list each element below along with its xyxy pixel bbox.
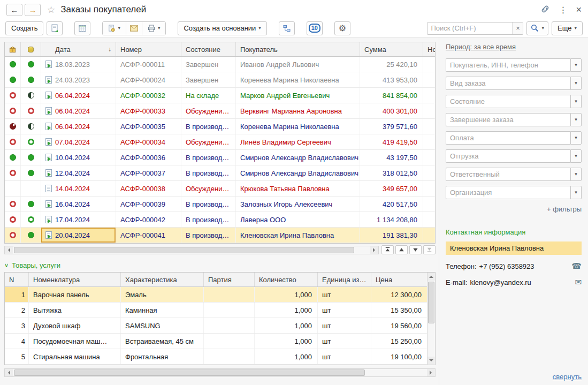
filter-dropdown-button[interactable]: ▾ <box>570 77 582 90</box>
filter-dropdown-button[interactable]: ▾ <box>570 58 582 72</box>
phone-icon[interactable]: ☎ <box>571 261 582 271</box>
order-row[interactable]: 10.04.2024 АСФР-000036 В производ… Смирн… <box>5 150 435 165</box>
scroll-right-arrow[interactable] <box>427 369 435 376</box>
column-header-state[interactable]: Состояние <box>181 42 236 56</box>
collapse-link[interactable]: свернуть <box>553 373 582 381</box>
scroll-left-arrow[interactable] <box>5 246 13 254</box>
column-header-date[interactable]: Дата ↓ <box>41 42 116 56</box>
phone-value[interactable]: +7 (952) 6358923 <box>479 262 534 270</box>
search-clear-button[interactable]: × <box>512 22 523 34</box>
filter-input[interactable] <box>446 186 570 199</box>
period-link[interactable]: Период: за все время <box>446 43 516 51</box>
filter-dropdown-button[interactable]: ▾ <box>570 113 582 126</box>
product-row[interactable]: 5 Стиральная машина Фронтальная 1,000 шт… <box>5 349 427 365</box>
document-register-button[interactable]: 10 <box>307 21 323 35</box>
orders-section: Дата ↓ Номер Состояние Покупатель Сумма … <box>0 37 439 385</box>
filter-dropdown-button[interactable]: ▾ <box>570 95 582 108</box>
filter-input[interactable] <box>446 95 570 108</box>
vertical-scrollbar-thumb[interactable] <box>428 282 434 323</box>
column-header-batch[interactable]: Партия <box>204 273 255 286</box>
column-header-unit[interactable]: Единица из… <box>318 273 371 286</box>
go-down-button[interactable] <box>409 245 422 254</box>
forward-button[interactable]: → <box>25 4 41 16</box>
scroll-up-arrow[interactable] <box>427 273 435 281</box>
products-horizontal-scrollbar[interactable] <box>4 368 436 377</box>
email-icon[interactable]: ✉ <box>575 277 582 287</box>
subordination-structure-button[interactable] <box>279 21 295 35</box>
go-to-last-button[interactable] <box>423 245 436 254</box>
column-header-payment[interactable] <box>21 42 41 56</box>
go-to-first-button[interactable] <box>381 245 394 254</box>
order-row[interactable]: 06.04.2024 АСФР-000035 В производ… Корен… <box>5 119 435 134</box>
favorite-star-icon[interactable]: ☆ <box>47 4 55 16</box>
filter-input[interactable] <box>446 168 570 181</box>
products-header-row: N Номенклатура Характеристика Партия Кол… <box>5 273 427 287</box>
filter-input[interactable] <box>446 113 570 126</box>
column-header-nomenclature[interactable]: Номе <box>423 42 435 56</box>
search-input[interactable] <box>427 22 512 34</box>
filter-input[interactable] <box>446 149 570 163</box>
product-unit: шт <box>322 337 331 345</box>
more-filters-link[interactable]: + фильтры <box>547 205 582 213</box>
search-button[interactable]: ▾ <box>526 21 548 35</box>
go-up-button[interactable] <box>395 245 408 254</box>
filter-input[interactable] <box>446 77 570 90</box>
column-header-n[interactable]: N <box>5 273 29 286</box>
order-row[interactable]: 20.04.2024 АСФР-000041 В производ… Клено… <box>5 228 435 243</box>
column-header-sum[interactable]: Сумма <box>360 42 423 56</box>
order-row[interactable]: 06.04.2024 АСФР-000032 На складе Марков … <box>5 88 435 103</box>
product-row[interactable]: 1 Варочная панель Эмаль 1,000 шт 12 300,… <box>5 287 427 303</box>
product-row[interactable]: 2 Вытяжка Каминная 1,000 шт 15 350,00 <box>5 303 427 318</box>
order-row[interactable]: 16.04.2024 АСФР-000039 В производ… Залоз… <box>5 197 435 212</box>
settings-gear-button[interactable]: ⚙ <box>334 21 350 35</box>
spreadsheet-button[interactable] <box>74 21 90 35</box>
copy-document-button[interactable] <box>47 21 63 35</box>
filter-input[interactable] <box>446 131 570 145</box>
column-header-quantity[interactable]: Количество <box>255 273 318 286</box>
create-button[interactable]: Создать <box>5 21 43 35</box>
scroll-left-arrow[interactable] <box>5 369 13 376</box>
kebab-menu-icon[interactable]: ⋮ <box>559 5 567 15</box>
order-sum: 318 012,50 <box>383 169 417 177</box>
horizontal-scrollbar-thumb[interactable] <box>14 247 354 253</box>
more-button[interactable]: Еще ▾ <box>552 21 583 35</box>
order-row[interactable]: 07.04.2024 АСФР-000034 Обсуждени… Линёв … <box>5 134 435 150</box>
back-button[interactable]: ← <box>6 4 22 16</box>
scroll-down-arrow[interactable] <box>427 357 435 365</box>
column-header-item[interactable]: Номенклатура <box>29 273 121 286</box>
products-vertical-scrollbar[interactable] <box>427 273 435 365</box>
product-row[interactable]: 3 Духовой шкаф SAMSUNG 1,000 шт 19 560,0… <box>5 318 427 334</box>
filter-dropdown-button[interactable]: ▾ <box>570 168 582 181</box>
filter-dropdown-button[interactable]: ▾ <box>570 131 582 145</box>
column-header-price[interactable]: Цена <box>371 273 427 286</box>
document-status-button[interactable]: ▾ <box>103 22 126 35</box>
send-email-button[interactable] <box>126 22 142 35</box>
column-header-goods[interactable] <box>5 42 21 56</box>
column-header-characteristic[interactable]: Характеристика <box>121 273 204 286</box>
order-row[interactable]: 24.03.2023 АСФР-000024 Завершен Коренева… <box>5 72 435 88</box>
order-row[interactable]: 18.03.2023 АСФР-000011 Завершен Иванов А… <box>5 57 435 72</box>
order-row[interactable]: 14.04.2024 АСФР-000038 Обсуждени… Крюков… <box>5 181 435 197</box>
horizontal-scrollbar-thumb[interactable] <box>14 369 365 376</box>
get-link-icon[interactable] <box>540 4 550 16</box>
column-header-customer[interactable]: Покупатель <box>236 42 360 56</box>
order-row[interactable]: 17.04.2024 АСФР-000042 В производ… Лавер… <box>5 212 435 228</box>
order-row[interactable]: 12.04.2024 АСФР-000037 В производ… Смирн… <box>5 165 435 181</box>
scroll-right-arrow[interactable] <box>370 246 378 254</box>
filter-dropdown-button[interactable]: ▾ <box>570 186 582 199</box>
close-icon[interactable]: × <box>576 4 582 16</box>
column-header-number[interactable]: Номер <box>116 42 181 56</box>
orders-horizontal-scrollbar[interactable] <box>4 246 379 254</box>
products-section-toggle[interactable]: ∨ Товары, услуги <box>4 260 439 270</box>
product-quantity: 1,000 <box>294 353 312 361</box>
orders-header-row: Дата ↓ Номер Состояние Покупатель Сумма … <box>5 42 435 57</box>
filter-input[interactable] <box>446 58 570 72</box>
print-button[interactable]: ▾ <box>142 22 166 35</box>
email-value[interactable]: klenovy@yandex.ru <box>470 278 531 286</box>
contact-name[interactable]: Кленовская Ирина Павловна <box>446 241 582 255</box>
shipment-status-icon <box>10 170 16 176</box>
create-based-button[interactable]: Создать на основании ▾ <box>178 21 266 35</box>
order-row[interactable]: 06.04.2024 АСФР-000033 Обсуждени… Веркви… <box>5 103 435 119</box>
product-row[interactable]: 4 Посудомоечная маш… Встраиваемая, 45 см… <box>5 334 427 349</box>
filter-dropdown-button[interactable]: ▾ <box>570 149 582 163</box>
